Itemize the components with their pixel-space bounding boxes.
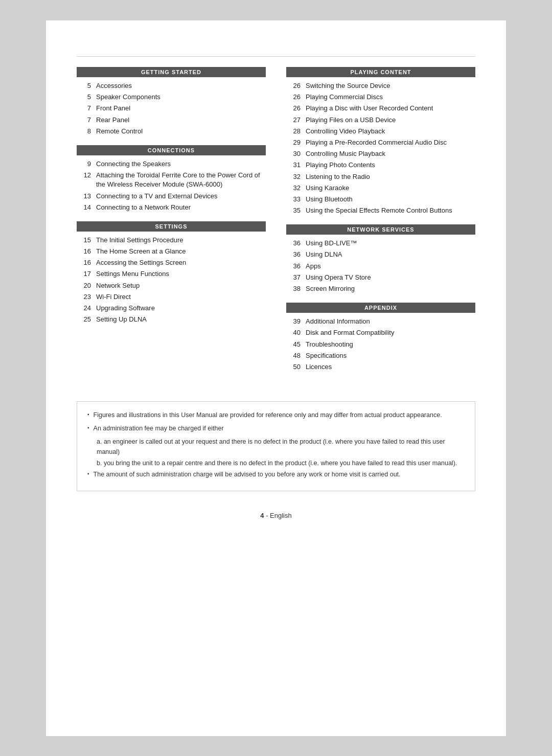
note-bullet: ▪ — [87, 410, 89, 419]
toc-item-text: Controlling Video Playback — [306, 127, 475, 136]
toc-item: 50Licences — [286, 362, 475, 372]
toc-item-text: Settings Menu Functions — [96, 269, 266, 279]
section-header-connections: CONNECTIONS — [77, 145, 266, 155]
toc-item: 39Additional Information — [286, 317, 475, 326]
toc-item-text: Connecting the Speakers — [96, 159, 266, 169]
toc-item: 25Setting Up DLNA — [77, 315, 266, 324]
toc-item-text: The Home Screen at a Glance — [96, 247, 266, 256]
footer-language: English — [270, 512, 292, 519]
toc-item: 16The Home Screen at a Glance — [77, 247, 266, 256]
toc-item-text: Controlling Music Playback — [306, 149, 475, 158]
note-text: Figures and illustrations in this User M… — [94, 410, 442, 420]
toc-page-number: 7 — [77, 116, 91, 125]
toc-item: 28Controlling Video Playback — [286, 127, 475, 136]
toc-item: 27Playing Files on a USB Device — [286, 116, 475, 125]
toc-item-text: Playing Photo Contents — [306, 161, 475, 170]
toc-item-text: Disk and Format Compatibility — [306, 328, 475, 337]
toc-page-number: 36 — [286, 262, 301, 271]
page-footer: 4 - English — [77, 512, 475, 519]
toc-item-text: Troubleshooting — [306, 340, 475, 349]
toc-item: 36Using DLNA — [286, 250, 475, 259]
toc-page-number: 5 — [77, 81, 91, 90]
toc-page-number: 25 — [77, 315, 91, 324]
toc-item: 31Playing Photo Contents — [286, 161, 475, 170]
toc-item-text: Apps — [306, 262, 475, 271]
toc-item-text: Playing a Disc with User Recorded Conten… — [306, 104, 475, 113]
toc-item: 23Wi-Fi Direct — [77, 292, 266, 302]
toc-item-text: Remote Control — [96, 127, 266, 136]
toc-item-text: The Initial Settings Procedure — [96, 236, 266, 245]
toc-item-text: Network Setup — [96, 281, 266, 290]
toc-item-text: Licences — [306, 362, 475, 372]
toc-item: 29Playing a Pre-Recorded Commercial Audi… — [286, 138, 475, 147]
toc-page-number: 37 — [286, 273, 301, 282]
toc-page-number: 23 — [77, 292, 91, 302]
toc-item: 13Connecting to a TV and External Device… — [77, 192, 266, 201]
toc-page-number: 36 — [286, 239, 301, 248]
toc-item: 37Using Opera TV Store — [286, 273, 475, 282]
toc-item: 5Speaker Components — [77, 93, 266, 102]
section-header-network-services: NETWORK SERVICES — [286, 224, 475, 235]
toc-page-number: 24 — [77, 304, 91, 313]
toc-page-number: 17 — [77, 269, 91, 279]
toc-item-text: Connecting to a TV and External Devices — [96, 192, 266, 201]
toc-page-number: 16 — [77, 247, 91, 256]
right-column: PLAYING CONTENT26Switching the Source De… — [286, 67, 475, 381]
toc-page-number: 29 — [286, 138, 301, 147]
toc-page-number: 14 — [77, 203, 91, 212]
toc-item: 32Using Karaoke — [286, 184, 475, 193]
toc-item-text: Additional Information — [306, 317, 475, 326]
toc-item: 48Specifications — [286, 351, 475, 360]
toc-item-text: Rear Panel — [96, 116, 266, 125]
toc-page-number: 48 — [286, 351, 301, 360]
toc-item: 26Switching the Source Device — [286, 81, 475, 90]
toc-page-number: 39 — [286, 317, 301, 326]
divider — [77, 56, 475, 57]
toc-item: 15The Initial Settings Procedure — [77, 236, 266, 245]
toc-item-text: Screen Mirroring — [306, 284, 475, 293]
toc-item: 36Apps — [286, 262, 475, 271]
section-appendix: APPENDIX39Additional Information40Disk a… — [286, 303, 475, 372]
toc-page-number: 7 — [77, 104, 91, 113]
toc-page-number: 30 — [286, 149, 301, 158]
toc-page-number: 13 — [77, 192, 91, 201]
toc-item-text: Using Karaoke — [306, 184, 475, 193]
toc-page-number: 16 — [77, 258, 91, 267]
toc-page-number: 45 — [286, 340, 301, 349]
toc-page-number: 8 — [77, 127, 91, 136]
note-text: An administration fee may be charged if … — [94, 423, 224, 433]
toc-item-text: Playing Files on a USB Device — [306, 116, 475, 125]
toc-page-number: 36 — [286, 250, 301, 259]
toc-item: 35Using the Special Effects Remote Contr… — [286, 206, 475, 215]
section-network-services: NETWORK SERVICES36Using BD-LIVE™36Using … — [286, 224, 475, 293]
section-header-settings: SETTINGS — [77, 221, 266, 232]
toc-item: 17Settings Menu Functions — [77, 269, 266, 279]
toc-item: 7Rear Panel — [77, 116, 266, 125]
toc-item: 45Troubleshooting — [286, 340, 475, 349]
notes-box: ▪Figures and illustrations in this User … — [77, 401, 475, 491]
toc-item-text: Upgrading Software — [96, 304, 266, 313]
toc-item: 24Upgrading Software — [77, 304, 266, 313]
toc-item: 12Attaching the Toroidal Ferrite Core to… — [77, 171, 266, 189]
toc-page-number: 15 — [77, 236, 91, 245]
toc-page-number: 12 — [77, 171, 91, 180]
footer-separator: - — [264, 512, 270, 519]
toc-page-number: 40 — [286, 328, 301, 337]
page: GETTING STARTED5Accessories5Speaker Comp… — [46, 20, 506, 736]
toc-page-number: 5 — [77, 93, 91, 102]
toc-item: 5Accessories — [77, 81, 266, 90]
footer-page-number: 4 — [260, 512, 264, 519]
section-playing-content: PLAYING CONTENT26Switching the Source De… — [286, 67, 475, 215]
toc-item: 7Front Panel — [77, 104, 266, 113]
toc-item: 20Network Setup — [77, 281, 266, 290]
toc-item-text: Accessories — [96, 81, 266, 90]
note-sub-item: a. an engineer is called out at your req… — [97, 437, 465, 457]
toc-item-text: Front Panel — [96, 104, 266, 113]
toc-page-number: 35 — [286, 206, 301, 215]
toc-page-number: 50 — [286, 362, 301, 372]
toc-item: 40Disk and Format Compatibility — [286, 328, 475, 337]
note-item: ▪The amount of such administration charg… — [87, 469, 465, 479]
section-header-playing-content: PLAYING CONTENT — [286, 67, 475, 77]
toc-page-number: 32 — [286, 184, 301, 193]
toc-page-number: 26 — [286, 93, 301, 102]
